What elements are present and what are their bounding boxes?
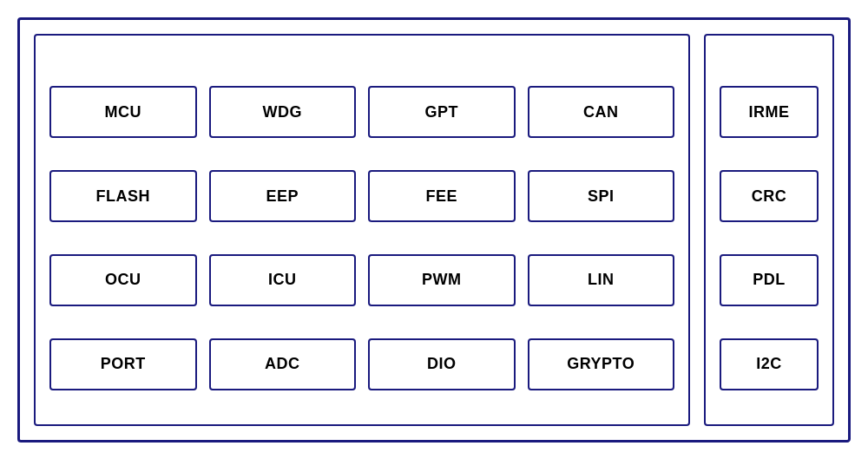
mcal-cell-eep: EEP <box>209 170 357 222</box>
mcal-cell-port: PORT <box>49 338 197 390</box>
cdd-cell-pdl: PDL <box>720 254 819 306</box>
mcal-cell-gpt: GPT <box>368 86 516 138</box>
cdd-section: IRMECRCPDLI2C <box>704 34 834 426</box>
mcal-cell-wdg: WDG <box>209 86 357 138</box>
cdd-cell-irme: IRME <box>720 86 819 138</box>
mcal-cell-icu: ICU <box>209 254 357 306</box>
mcal-cell-grypto: GRYPTO <box>528 338 675 390</box>
mcal-section: MCUWDGGPTCANFLASHEEPFEESPIOCUICUPWMLINPO… <box>34 34 690 426</box>
mcal-cell-ocu: OCU <box>49 254 197 306</box>
mcal-grid: MCUWDGGPTCANFLASHEEPFEESPIOCUICUPWMLINPO… <box>49 67 674 410</box>
mcal-cell-fee: FEE <box>368 170 516 222</box>
mcal-cell-lin: LIN <box>528 254 675 306</box>
mcal-cell-can: CAN <box>528 86 675 138</box>
cdd-grid: IRMECRCPDLI2C <box>720 67 819 410</box>
mcal-cell-pwm: PWM <box>368 254 516 306</box>
cdd-cell-i2c: I2C <box>720 338 819 390</box>
main-container: MCUWDGGPTCANFLASHEEPFEESPIOCUICUPWMLINPO… <box>17 17 851 443</box>
mcal-cell-flash: FLASH <box>49 170 197 222</box>
mcal-cell-spi: SPI <box>528 170 675 222</box>
mcal-cell-adc: ADC <box>209 338 357 390</box>
mcal-cell-dio: DIO <box>368 338 516 390</box>
cdd-cell-crc: CRC <box>720 170 819 222</box>
mcal-cell-mcu: MCU <box>49 86 197 138</box>
